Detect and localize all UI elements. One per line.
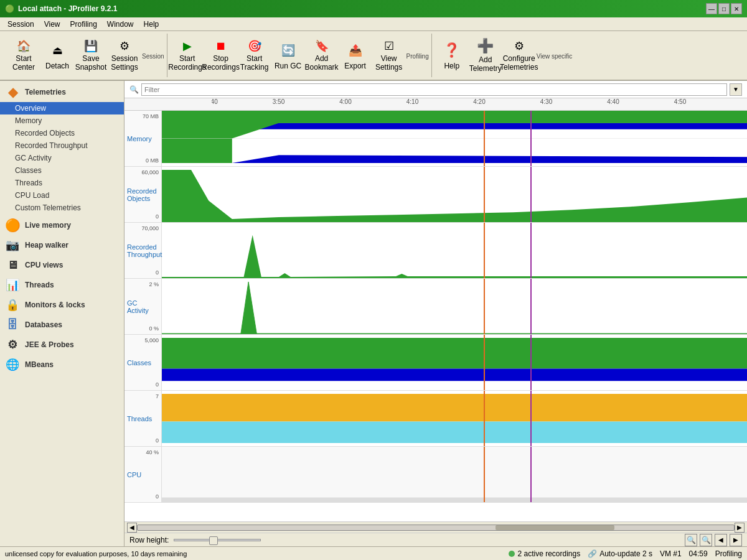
gc-activity-y-zero: 0 %: [149, 325, 159, 332]
gc-activity-link[interactable]: GC Activity: [127, 299, 159, 314]
scroll-down-btn[interactable]: ▶: [730, 534, 742, 546]
sidebar-category-threads[interactable]: 📊 Threads: [0, 275, 124, 295]
threads-link[interactable]: Threads: [127, 415, 159, 422]
svg-marker-4: [162, 155, 747, 163]
cpu-views-icon: 🖥: [5, 258, 20, 273]
mbeans-icon: 🌐: [5, 357, 20, 372]
btn-session-settings[interactable]: ⚙ SessionSettings: [108, 37, 141, 73]
btn-start-center[interactable]: 🏠 StartCenter: [7, 37, 40, 73]
btn-configure-telemetries-label: ConfigureTelemetries: [500, 54, 538, 72]
recordings-dot: [509, 551, 515, 557]
toolbar-group-profiling-label: Profiling: [406, 53, 429, 60]
start-center-icon: 🏠: [14, 39, 34, 53]
close-btn[interactable]: ✕: [731, 3, 742, 14]
svg-marker-7: [162, 235, 747, 278]
sidebar-item-threads[interactable]: Threads: [0, 177, 124, 189]
btn-export[interactable]: 📤 Export: [339, 37, 372, 73]
autoupdate-icon: 🔗: [588, 549, 597, 558]
sidebar-item-cpu-load[interactable]: CPU Load: [0, 189, 124, 202]
btn-run-gc[interactable]: 🔄 Run GC: [272, 37, 304, 73]
scroll-left-btn[interactable]: ◀: [127, 523, 137, 533]
maximize-btn[interactable]: □: [718, 3, 730, 14]
sidebar-category-databases[interactable]: 🗄 Databases: [0, 315, 124, 335]
zoom-out-btn[interactable]: 🔍: [700, 534, 712, 546]
chart-row-cpu: 40 % CPU 0: [125, 447, 747, 503]
app-title: Local attach - JProfiler 9.2.1: [18, 4, 117, 13]
btn-start-recordings[interactable]: ▶ StartRecordings: [171, 37, 204, 73]
menu-help[interactable]: Help: [139, 19, 164, 30]
chart-label-cpu: 40 % CPU 0: [125, 447, 162, 502]
scrollbar-thumb[interactable]: [496, 525, 615, 530]
cpu-link[interactable]: CPU: [127, 471, 159, 478]
sidebar-category-jee[interactable]: ⚙ JEE & Probes: [0, 335, 124, 355]
filter-dropdown[interactable]: ▼: [730, 83, 742, 96]
horizontal-scrollbar[interactable]: ◀ ▶: [125, 521, 747, 533]
sidebar-category-cpu-views[interactable]: 🖥 CPU views: [0, 255, 124, 275]
sidebar-item-recorded-objects[interactable]: Recorded Objects: [0, 127, 124, 139]
scroll-up-btn[interactable]: ◀: [715, 534, 727, 546]
sidebar-category-mbeans[interactable]: 🌐 MBeans: [0, 355, 124, 375]
btn-start-tracking[interactable]: 🎯 StartTracking: [238, 37, 271, 73]
recorded-throughput-chart-canvas: [162, 223, 747, 278]
btn-view-settings[interactable]: ☑ ViewSettings: [373, 37, 405, 73]
monitors-icon: 🔒: [5, 297, 20, 312]
memory-link[interactable]: Memory: [127, 135, 159, 142]
menu-session[interactable]: Session: [2, 19, 39, 30]
btn-help[interactable]: ❓ Help: [436, 37, 468, 73]
status-time: 04:59: [689, 549, 708, 558]
save-icon: 💾: [81, 39, 101, 53]
sidebar-category-monitors-label: Monitors & locks: [25, 301, 85, 309]
btn-detach-label: Detach: [45, 62, 69, 70]
cpu-y-zero: 0: [156, 493, 159, 500]
databases-icon: 🗄: [5, 317, 20, 332]
menu-view[interactable]: View: [39, 19, 65, 30]
btn-export-label: Export: [344, 62, 366, 70]
row-height-slider-thumb[interactable]: [209, 536, 218, 545]
btn-save-snapshot[interactable]: 💾 SaveSnapshot: [75, 37, 107, 73]
recorded-throughput-y-max: 70,000: [127, 225, 159, 231]
filter-bar: 🔍 ▼: [125, 81, 747, 98]
time-label-5: 4:30: [540, 98, 552, 105]
status-license-text: unlicensed copy for evaluation purposes,…: [5, 550, 501, 558]
toolbar: 🏠 StartCenter ⏏ Detach 💾 SaveSnapshot ⚙ …: [0, 31, 747, 81]
sidebar-item-classes[interactable]: Classes: [0, 164, 124, 177]
time-label-3: 4:10: [406, 98, 418, 105]
toolbar-group-viewspec: ❓ Help ➕ AddTelemetry ⚙ ConfigureTelemet…: [433, 34, 575, 77]
menu-profiling[interactable]: Profiling: [65, 19, 102, 30]
menu-window[interactable]: Window: [102, 19, 139, 30]
charts-scroll[interactable]: 3:40 3:50 4:00 4:10 4:20 4:30 4:40 4:50 …: [125, 98, 747, 521]
btn-detach[interactable]: ⏏ Detach: [41, 37, 73, 73]
filter-input[interactable]: [141, 83, 727, 96]
scroll-right-btn[interactable]: ▶: [735, 523, 745, 533]
telemetries-icon: ◆: [5, 85, 20, 100]
recorded-objects-link[interactable]: Recorded Objects: [127, 187, 159, 202]
sidebar-item-gc-activity[interactable]: GC Activity: [0, 152, 124, 164]
chart-label-gc-activity: 2 % GC Activity 0 %: [125, 279, 162, 334]
btn-configure-telemetries[interactable]: ⚙ ConfigureTelemetries: [503, 37, 535, 73]
export-icon: 📤: [345, 40, 365, 60]
sidebar-category-live-memory[interactable]: 🟠 Live memory: [0, 215, 124, 235]
chart-row-threads: 7 Threads 0: [125, 391, 747, 447]
classes-link[interactable]: Classes: [127, 359, 159, 366]
classes-svg: [162, 335, 747, 390]
sidebar-category-monitors[interactable]: 🔒 Monitors & locks: [0, 295, 124, 315]
sidebar-category-cpu-views-label: CPU views: [25, 261, 63, 269]
svg-marker-9: [162, 338, 747, 368]
threads-svg: [162, 391, 747, 446]
sidebar-category-heap-walker[interactable]: 📷 Heap walker: [0, 235, 124, 255]
sidebar-item-custom-telemetries[interactable]: Custom Telemetries: [0, 202, 124, 214]
scrollbar-track[interactable]: [137, 525, 735, 531]
sidebar-category-telemetries[interactable]: ◆ Telemetries: [0, 82, 124, 102]
sidebar-item-memory[interactable]: Memory: [0, 114, 124, 127]
sidebar: ◆ Telemetries Overview Memory Recorded O…: [0, 81, 125, 546]
session-settings-icon: ⚙: [115, 39, 134, 53]
sidebar-item-recorded-throughput[interactable]: Recorded Throughput: [0, 139, 124, 152]
btn-stop-recordings[interactable]: ⏹ StopRecordings: [205, 37, 237, 73]
svg-marker-10: [162, 368, 747, 381]
zoom-in-btn[interactable]: 🔍: [685, 534, 697, 546]
sidebar-item-overview[interactable]: Overview: [0, 102, 124, 114]
btn-add-telemetry[interactable]: ➕ AddTelemetry: [469, 37, 502, 73]
btn-add-bookmark[interactable]: 🔖 AddBookmark: [306, 37, 338, 73]
recorded-throughput-link[interactable]: Recorded Throughput: [127, 243, 159, 258]
minimize-btn[interactable]: —: [706, 3, 717, 14]
